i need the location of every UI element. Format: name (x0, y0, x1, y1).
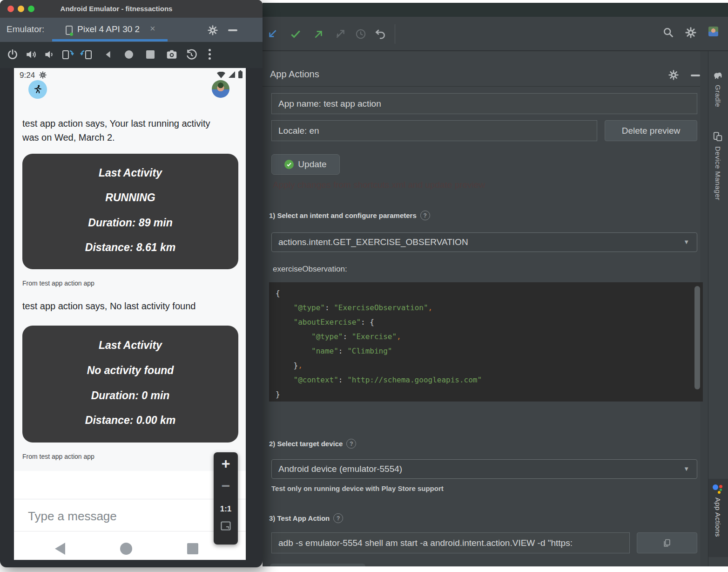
copy-icon (662, 538, 672, 548)
volume-up-icon[interactable] (25, 48, 37, 61)
chevron-down-icon: ▼ (683, 460, 689, 478)
step1-label-row: 1) Select an intent and configure parame… (269, 211, 430, 220)
adb-command-field[interactable]: adb -s emulator-5554 shell am start -a a… (271, 532, 630, 553)
apply-changes-arrow-icon[interactable] (313, 28, 325, 40)
signal-icon (228, 71, 236, 78)
overview-icon[interactable] (146, 50, 155, 59)
tab-gradle[interactable]: Gradle (714, 85, 722, 107)
bot-avatar (28, 80, 47, 99)
status-time: 9:24 (20, 71, 35, 80)
zoom-control-panel: + − 1:1 (214, 452, 238, 545)
panel-header-divider (263, 86, 700, 87)
step2-help-icon[interactable]: ? (346, 439, 356, 449)
wifi-icon (217, 72, 225, 78)
bot-message-1-line2: was on Wed, March 2. (22, 132, 115, 143)
rotate-left-icon[interactable] (61, 48, 74, 61)
run-check-icon[interactable] (290, 28, 302, 40)
back-icon[interactable] (103, 49, 114, 60)
screenshot-camera-icon[interactable] (166, 48, 178, 61)
minimize-traffic-light[interactable] (18, 6, 24, 12)
status-gear-icon (39, 71, 47, 79)
step2-label: 2) Select target device (269, 440, 343, 448)
panel-minimize-icon[interactable] (691, 75, 700, 76)
close-tab-icon[interactable]: × (150, 23, 155, 34)
active-tab-underline (52, 39, 168, 41)
profiler-icon[interactable] (334, 28, 346, 40)
target-device-dropdown[interactable]: Android device (emulator-5554) ▼ (271, 459, 697, 479)
card2-title: Last Activity (22, 338, 238, 352)
navbar-top-divider (14, 531, 246, 531)
home-icon[interactable] (125, 50, 133, 59)
user-avatar[interactable] (708, 27, 718, 36)
android-overview-button[interactable] (187, 543, 198, 554)
card1-activity: RUNNING (22, 191, 238, 204)
update-hint-text: Apply changes from shortcuts.xml and upd… (273, 180, 485, 190)
more-options-icon[interactable] (208, 48, 211, 61)
zoom-in-button[interactable]: + (214, 455, 238, 472)
emulator-settings-gear-icon[interactable] (208, 25, 218, 35)
update-button[interactable]: Update (271, 154, 340, 175)
gradle-icon[interactable] (713, 70, 723, 80)
last-activity-card-2: Last Activity No activity found Duration… (22, 326, 238, 443)
device-tab[interactable]: Pixel 4 API 30 2 (77, 24, 140, 34)
message-input[interactable] (27, 505, 206, 527)
step3-label: 3) Test App Action (269, 514, 330, 522)
card1-caption: From test app action app (22, 279, 94, 287)
target-device-value: Android device (emulator-5554) (278, 464, 402, 474)
partial-bottom-button[interactable] (270, 564, 365, 566)
card1-title: Last Activity (22, 166, 238, 180)
step3-help-icon[interactable]: ? (333, 513, 343, 523)
history-clock-icon[interactable] (355, 28, 367, 40)
studio-window-top-strip (263, 3, 728, 17)
tab-app-actions[interactable]: App Actions (714, 497, 722, 537)
intent-dropdown[interactable]: actions.intent.GET_EXERCISE_OBSERVATION … (271, 232, 697, 252)
android-back-button[interactable] (55, 543, 65, 555)
device-manager-icon[interactable] (713, 131, 723, 142)
zoom-out-button[interactable]: − (214, 477, 238, 495)
step3-label-row: 3) Test App Action ? (269, 513, 343, 523)
volume-down-icon[interactable] (43, 48, 55, 61)
settings-gear-icon[interactable] (685, 27, 696, 38)
intent-dropdown-value: actions.intent.GET_EXERCISE_OBSERVATION (278, 237, 468, 247)
tab-device-manager[interactable]: Device Manager (714, 146, 722, 200)
rollback-icon[interactable] (374, 28, 386, 40)
android-home-button[interactable] (120, 543, 132, 555)
card2-activity: No activity found (22, 363, 238, 377)
emulator-window: Android Emulator - fitnessactions Emulat… (0, 0, 263, 567)
last-activity-card-1: Last Activity RUNNING Duration: 89 min D… (22, 154, 238, 269)
editor-scrollbar-thumb[interactable] (694, 286, 700, 389)
step1-help-icon[interactable]: ? (420, 211, 430, 220)
assistant-icon[interactable] (712, 483, 723, 495)
chevron-down-icon: ▼ (683, 233, 689, 252)
update-button-label: Update (298, 159, 326, 170)
snapshots-icon[interactable] (185, 48, 197, 61)
card2-caption: From test app action app (22, 453, 94, 460)
step1-label: 1) Select an intent and configure parame… (269, 211, 417, 219)
copy-command-button[interactable] (637, 532, 697, 553)
emulator-minimize-icon[interactable] (228, 29, 237, 31)
locale-field[interactable]: Locale: en (271, 120, 597, 141)
rerun-arrow-icon[interactable] (266, 28, 278, 40)
panel-gear-icon[interactable] (668, 70, 679, 80)
card2-distance: Distance: 0.00 km (22, 413, 238, 427)
screenshot-root: App Actions App name: test app action Lo… (0, 0, 728, 572)
search-icon[interactable] (662, 26, 675, 39)
power-icon[interactable] (7, 48, 19, 61)
fit-to-window-icon[interactable] (221, 521, 231, 531)
maximize-traffic-light[interactable] (28, 6, 34, 12)
actual-size-button[interactable]: 1:1 (214, 504, 238, 514)
battery-icon (238, 70, 243, 78)
close-traffic-light[interactable] (7, 6, 14, 12)
window-title: Android Emulator - fitnessactions (51, 5, 182, 13)
runner-icon (33, 84, 43, 95)
panel-title: App Actions (270, 69, 319, 80)
delete-preview-button[interactable]: Delete preview (605, 120, 697, 141)
step2-label-row: 2) Select target device ? (269, 439, 356, 449)
app-name-field[interactable]: App name: test app action (271, 93, 697, 114)
user-avatar-photo (212, 80, 229, 98)
bot-message-2: test app action says, No last activity f… (22, 301, 195, 312)
rotate-right-icon[interactable] (80, 48, 93, 61)
json-editor[interactable]: { "@type": "ExerciseObservation", "about… (269, 282, 703, 402)
composer-top-divider (14, 499, 246, 499)
bot-message-1-line1: test app action says, Your last running … (22, 118, 210, 129)
